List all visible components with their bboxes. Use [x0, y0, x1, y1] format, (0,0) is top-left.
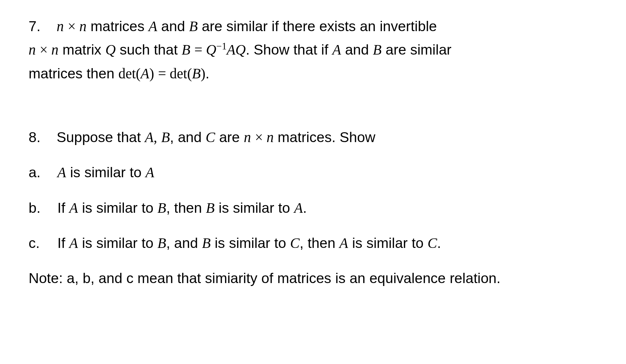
paren-right: ) — [149, 66, 154, 81]
text: are similar if there exists an invertibl… — [202, 18, 437, 34]
text: , and — [170, 129, 202, 145]
comma: , — [154, 129, 157, 145]
text: is similar to — [352, 235, 424, 251]
text: and — [161, 18, 185, 34]
math-C: C — [428, 235, 437, 251]
text: matrix — [62, 42, 101, 57]
problem-8-statement: 8. Suppose that A, B, and C are n × n ma… — [29, 126, 597, 149]
math-A: A — [69, 200, 78, 216]
math-C: C — [290, 235, 300, 251]
problem-8c-label: c. — [29, 231, 45, 255]
math-B: B — [158, 200, 166, 216]
problem-8a-label: a. — [29, 161, 45, 184]
text: is similar to — [82, 200, 154, 216]
text: is similar to — [215, 235, 286, 251]
math-A: A — [141, 66, 150, 81]
text: such that — [119, 42, 177, 57]
math-B: B — [373, 42, 382, 57]
math-A: A — [148, 18, 157, 34]
math-B: B — [189, 18, 198, 34]
math-B: B — [206, 200, 215, 216]
paren-left: ( — [187, 66, 192, 81]
times-symbol: × — [68, 18, 76, 34]
problem-8-note: Note: a, b, and c mean that simiarity of… — [29, 267, 597, 290]
math-n: n — [266, 129, 274, 145]
text: matrices then — [29, 66, 114, 81]
problem-7-statement: 7. n × n matrices A and B are similar if… — [29, 15, 597, 85]
math-C: C — [206, 129, 215, 145]
problem-8a: a. A is similar to A — [29, 161, 597, 184]
equals-symbol: = — [158, 66, 166, 81]
text: . — [206, 66, 210, 81]
text: . Show that if — [246, 42, 328, 57]
text: and — [345, 42, 369, 57]
math-A: A — [294, 200, 303, 216]
math-n: n — [51, 42, 59, 57]
times-symbol: × — [40, 42, 48, 57]
math-Q: Q — [235, 42, 246, 57]
problem-8b: b. If A is similar to B, then B is simil… — [29, 196, 597, 220]
problem-8c: c. If A is similar to B, and B is simila… — [29, 231, 597, 255]
text: Note: a, b, and c mean that simiarity of… — [29, 270, 501, 286]
times-symbol: × — [255, 129, 263, 145]
text: is similar to — [82, 235, 154, 251]
paren-right: ) — [201, 66, 206, 81]
math-Q: Q — [105, 42, 115, 57]
math-det: det — [170, 66, 187, 81]
paren-left: ( — [136, 66, 141, 81]
text: Suppose that — [57, 129, 141, 145]
problem-7: 7. n × n matrices A and B are similar if… — [29, 15, 597, 85]
text: , and — [166, 235, 198, 251]
math-det: det — [118, 66, 136, 81]
text: are similar — [386, 42, 452, 57]
document-page: 7. n × n matrices A and B are similar if… — [0, 0, 626, 305]
math-A: A — [58, 164, 66, 180]
math-B: B — [192, 66, 201, 81]
text: If — [58, 200, 66, 216]
math-Q: Q — [206, 42, 216, 57]
text: matrices. Show — [278, 129, 376, 145]
problem-8-number: 8. — [29, 126, 45, 149]
math-n: n — [57, 18, 64, 34]
math-A: A — [332, 42, 341, 57]
math-A: A — [227, 42, 235, 57]
math-n: n — [29, 42, 36, 57]
text: , then — [166, 200, 202, 216]
text: matrices — [91, 18, 144, 34]
text: . — [437, 235, 441, 251]
problem-8: 8. Suppose that A, B, and C are n × n ma… — [29, 126, 597, 290]
math-A: A — [146, 164, 154, 180]
text: If — [58, 235, 70, 251]
math-B: B — [158, 235, 166, 251]
text: , then — [300, 235, 336, 251]
math-A: A — [69, 235, 78, 251]
text: is similar to — [70, 164, 141, 180]
problem-8b-label: b. — [29, 196, 45, 220]
text: . — [303, 200, 307, 216]
math-B: B — [182, 42, 191, 57]
math-n: n — [244, 129, 251, 145]
math-inverse: −1 — [216, 41, 227, 52]
text: are — [219, 129, 240, 145]
math-A: A — [145, 129, 154, 145]
math-B: B — [161, 129, 170, 145]
problem-7-number: 7. — [29, 15, 45, 38]
math-A: A — [339, 235, 348, 251]
text: is similar to — [219, 200, 290, 216]
math-B: B — [202, 235, 211, 251]
equals-symbol: = — [194, 42, 202, 57]
math-n: n — [80, 18, 87, 34]
